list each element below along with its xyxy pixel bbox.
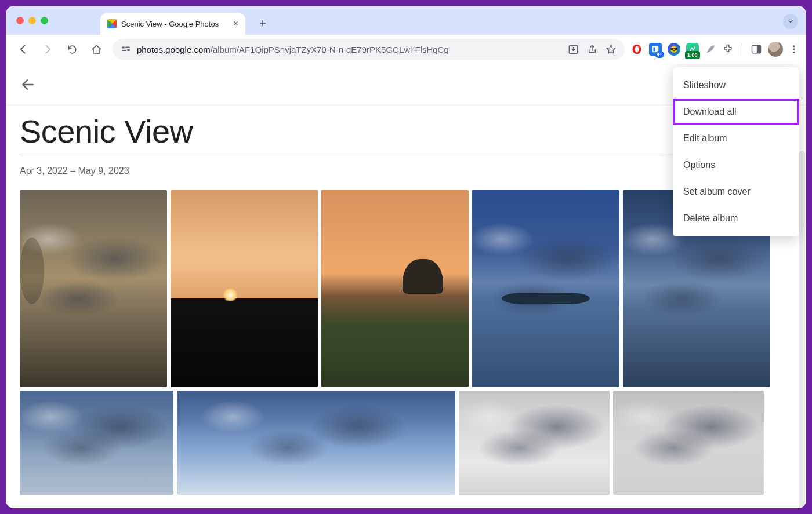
extension-badge-count: 9+ bbox=[655, 51, 664, 58]
menu-set-album-cover[interactable]: Set album cover bbox=[673, 178, 799, 205]
url-input[interactable]: photos.google.com/album/AF1QipPSnvjaTZyX… bbox=[113, 39, 625, 60]
extension-icons: 9+ 😎 1.00 bbox=[630, 42, 799, 57]
tab-bar: Scenic View - Google Photos × bbox=[6, 6, 806, 35]
photo-thumbnail[interactable] bbox=[472, 190, 619, 387]
tabs-wrap: Scenic View - Google Photos × bbox=[100, 6, 799, 35]
home-button[interactable] bbox=[86, 39, 107, 60]
svg-rect-3 bbox=[127, 49, 130, 51]
svg-rect-0 bbox=[122, 47, 125, 49]
svg-point-11 bbox=[793, 45, 795, 47]
opera-extension-icon[interactable] bbox=[630, 43, 643, 56]
url-host: photos.google.com bbox=[137, 45, 211, 54]
favicon-google-photos-icon bbox=[107, 19, 117, 28]
vertical-scrollbar[interactable] bbox=[799, 151, 805, 508]
tab-close-button[interactable]: × bbox=[233, 19, 238, 29]
rate-extension-icon[interactable]: 1.00 bbox=[686, 43, 699, 56]
menu-edit-album[interactable]: Edit album bbox=[673, 125, 799, 152]
face-extension-icon[interactable]: 😎 bbox=[668, 43, 680, 56]
svg-rect-10 bbox=[757, 45, 761, 53]
browser-tab[interactable]: Scenic View - Google Photos × bbox=[100, 13, 245, 35]
menu-slideshow[interactable]: Slideshow bbox=[673, 72, 799, 99]
album-options-menu: Slideshow Download all Edit album Option… bbox=[673, 67, 799, 236]
extension-with-badge-icon[interactable]: 9+ bbox=[649, 43, 662, 56]
rate-badge: 1.00 bbox=[685, 51, 700, 59]
window-controls bbox=[16, 17, 48, 24]
bookmark-star-icon[interactable] bbox=[606, 44, 617, 55]
photo-thumbnail[interactable] bbox=[459, 391, 610, 495]
feather-extension-icon[interactable] bbox=[705, 43, 716, 55]
window-maximize-button[interactable] bbox=[41, 17, 48, 24]
nav-back-button[interactable] bbox=[13, 39, 34, 60]
chrome-menu-icon[interactable] bbox=[789, 44, 799, 54]
photo-thumbnail[interactable] bbox=[20, 190, 167, 387]
content-area: Scenic View Apr 3, 2022 – May 9, 2023 Sl… bbox=[6, 64, 806, 508]
photo-thumbnail[interactable] bbox=[613, 391, 764, 495]
reload-button[interactable] bbox=[61, 39, 82, 60]
menu-download-all[interactable]: Download all bbox=[673, 99, 799, 125]
profile-avatar[interactable] bbox=[768, 42, 783, 57]
svg-rect-2 bbox=[122, 50, 126, 52]
share-icon[interactable] bbox=[587, 44, 597, 54]
browser-window: Scenic View - Google Photos × photos. bbox=[6, 6, 806, 508]
tab-title: Scenic View - Google Photos bbox=[121, 20, 219, 28]
window-close-button[interactable] bbox=[16, 17, 24, 24]
window-minimize-button[interactable] bbox=[28, 17, 36, 24]
photo-thumbnail[interactable] bbox=[321, 190, 469, 387]
extensions-puzzle-icon[interactable] bbox=[722, 43, 734, 55]
new-tab-button[interactable] bbox=[253, 14, 272, 32]
install-app-icon[interactable] bbox=[568, 44, 579, 55]
photos-back-button[interactable] bbox=[16, 73, 39, 96]
divider bbox=[742, 43, 742, 56]
tabs-overflow-button[interactable] bbox=[783, 14, 798, 29]
photo-thumbnail[interactable] bbox=[171, 190, 318, 387]
menu-options[interactable]: Options bbox=[673, 152, 799, 178]
svg-rect-1 bbox=[125, 47, 130, 48]
site-settings-icon bbox=[121, 44, 131, 54]
nav-forward-button[interactable] bbox=[37, 39, 58, 60]
svg-point-13 bbox=[793, 52, 795, 53]
url-path: /album/AF1QipPSnvjaTZyX70-N-n-qE79rPK5GC… bbox=[211, 45, 449, 54]
url-text: photos.google.com/album/AF1QipPSnvjaTZyX… bbox=[137, 45, 449, 54]
photo-thumbnail[interactable] bbox=[20, 391, 173, 495]
photo-thumbnail[interactable] bbox=[177, 391, 455, 495]
svg-rect-8 bbox=[654, 48, 655, 52]
svg-point-12 bbox=[793, 49, 795, 50]
sidepanel-icon[interactable] bbox=[751, 43, 762, 55]
address-bar: photos.google.com/album/AF1QipPSnvjaTZyX… bbox=[6, 35, 806, 64]
menu-delete-album[interactable]: Delete album bbox=[673, 205, 799, 232]
svg-point-6 bbox=[635, 46, 639, 53]
